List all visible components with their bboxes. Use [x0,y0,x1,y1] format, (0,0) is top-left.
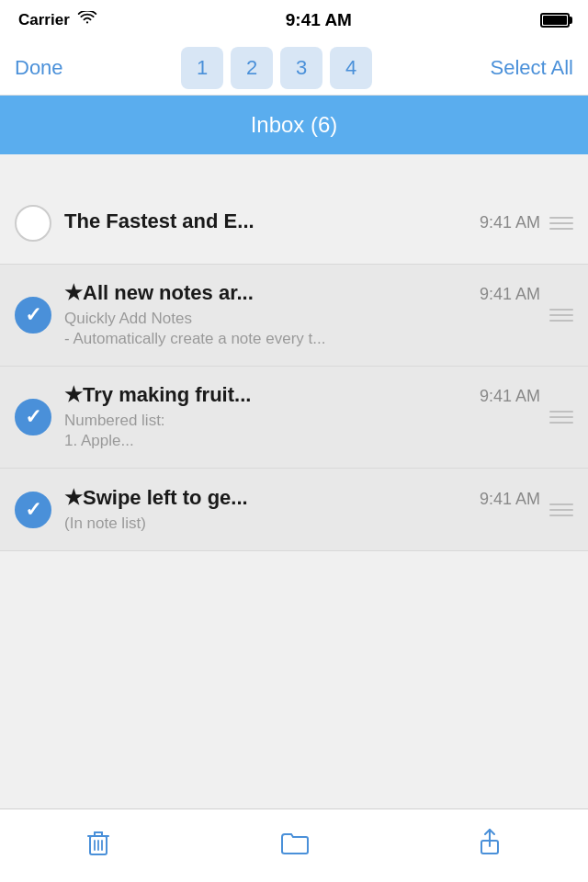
email-time-3: 9:41 AM [480,387,540,406]
email-checkbox-2[interactable] [15,297,51,334]
toolbar: Done 1 2 3 4 Select All [0,40,588,96]
delete-button[interactable] [62,814,135,869]
spacer [0,154,588,182]
carrier-label: Carrier [18,11,70,29]
done-button[interactable]: Done [15,56,63,80]
email-time-2: 9:41 AM [480,285,540,304]
tab-bar [0,808,588,882]
star-icon-4: ★ [64,486,83,509]
email-subject-1: The Fastest and E... [64,209,470,233]
email-subject-3: ★Try making fruit... [64,383,470,407]
status-bar: Carrier 9:41 AM [0,0,588,40]
email-preview-4: (In note list) [64,514,540,534]
email-subject-4: ★Swipe left to ge... [64,486,470,510]
email-content-1: The Fastest and E... 9:41 AM [64,209,540,237]
inbox-header: Inbox (6) [0,96,588,154]
drag-handle-3 [549,411,573,424]
status-left: Carrier [18,11,97,30]
number-2-button[interactable]: 2 [231,47,273,89]
inbox-title: Inbox (6) [251,112,338,137]
email-checkbox-3[interactable] [15,399,51,435]
table-row[interactable]: The Fastest and E... 9:41 AM [0,182,588,265]
drag-handle-2 [549,309,573,322]
email-content-3: ★Try making fruit... 9:41 AM Numbered li… [64,383,540,451]
star-icon-2: ★ [64,281,83,304]
table-row[interactable]: ★All new notes ar... 9:41 AM Quickly Add… [0,265,588,367]
folder-button[interactable] [257,814,331,869]
number-1-button[interactable]: 1 [181,47,223,89]
wifi-icon [77,11,97,30]
email-time-4: 9:41 AM [480,490,540,509]
email-preview-3: Numbered list: 1. Apple... [64,411,540,451]
number-4-button[interactable]: 4 [330,47,372,89]
status-time: 9:41 AM [286,10,352,30]
battery-icon [540,13,570,28]
email-time-1: 9:41 AM [480,213,540,232]
select-all-button[interactable]: Select All [491,56,574,80]
number-3-button[interactable]: 3 [280,47,322,89]
email-subject-2: ★All new notes ar... [64,281,470,305]
email-preview-2: Quickly Add Notes - Automatically create… [64,309,540,349]
table-row[interactable]: ★Try making fruit... 9:41 AM Numbered li… [0,367,588,469]
tab-bar-spacer [0,551,588,625]
table-row[interactable]: ★Swipe left to ge... 9:41 AM (In note li… [0,469,588,551]
drag-handle-4 [549,503,573,516]
toolbar-numbers: 1 2 3 4 [181,47,372,89]
share-button[interactable] [453,814,526,869]
email-checkbox-1[interactable] [15,205,51,242]
star-icon-3: ★ [64,383,83,406]
email-checkbox-4[interactable] [15,492,51,528]
email-list: The Fastest and E... 9:41 AM ★All new no… [0,182,588,551]
email-content-4: ★Swipe left to ge... 9:41 AM (In note li… [64,486,540,534]
email-content-2: ★All new notes ar... 9:41 AM Quickly Add… [64,281,540,349]
drag-handle-1 [549,217,573,230]
